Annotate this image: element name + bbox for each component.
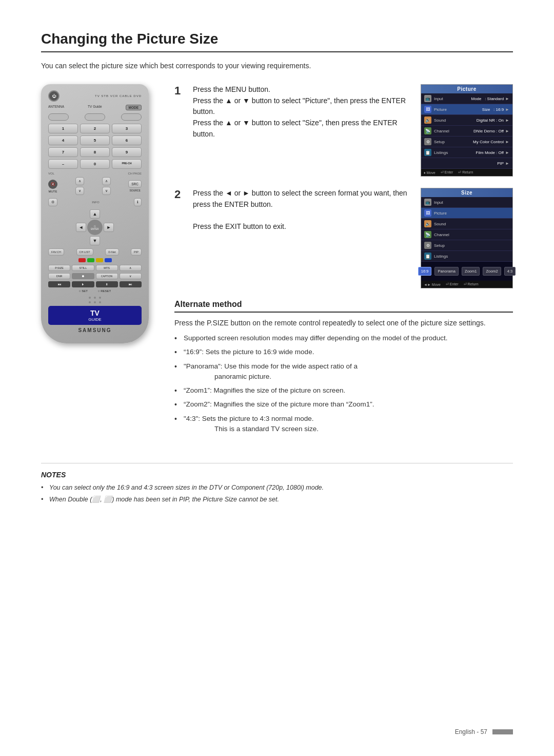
antenna-label: ANTENNA [48, 105, 64, 110]
vol-label: VOL [48, 172, 54, 175]
s2-listings-icon: 📋 [424, 253, 431, 260]
arrow-down-btn[interactable]: ∨ [120, 273, 142, 279]
dnet-button[interactable]: D-Net [105, 248, 118, 256]
vol-up[interactable]: ∧ [75, 177, 84, 185]
green-button[interactable] [87, 258, 94, 262]
chlist-button[interactable]: CH LIST [76, 248, 93, 256]
mode-button[interactable]: MODE [126, 105, 142, 110]
pause-button[interactable]: ⏸ [96, 281, 118, 287]
mute-label: MUTE [48, 190, 57, 193]
ch-down[interactable]: ∨ [102, 187, 111, 195]
sound-label: Sound [434, 118, 446, 123]
red-button[interactable] [78, 258, 86, 262]
btn-1[interactable]: 1 [48, 124, 78, 133]
page-title: Changing the Picture Size [41, 31, 513, 52]
fav-button[interactable]: FAV.CH [48, 248, 64, 256]
footer-enter: ⏎ Enter [441, 170, 453, 175]
fav-row: FAV.CH CH LIST D-Net PIP [48, 248, 142, 256]
step-2-text: Press the ◄ or ► button to select the sc… [193, 188, 412, 232]
btn-dash[interactable]: – [48, 159, 78, 169]
down-button[interactable]: ▼ [90, 236, 100, 245]
arrow-up-btn[interactable]: ∧ [120, 265, 142, 271]
yellow-button[interactable] [96, 258, 103, 262]
input-arrow: ► [505, 96, 509, 101]
psize-button[interactable]: P.SIZE [48, 265, 70, 271]
s2-picture-label: Picture [434, 211, 447, 216]
screen1-footer: ♦ Move ⏎ Enter ⏎ Return [421, 169, 512, 176]
btn-4[interactable]: 4 [48, 135, 78, 145]
channel-label: Channel [434, 129, 449, 133]
size-zoom2[interactable]: Zoom2 [483, 267, 501, 276]
enter-button[interactable]: G ENTER [87, 220, 103, 235]
size-43[interactable]: 4:3 [504, 267, 516, 276]
notes-title: NOTES [41, 471, 513, 479]
right-button[interactable]: ► [104, 223, 114, 232]
footer-move: ♦ Move [424, 170, 436, 175]
screen2-title: Size [421, 188, 512, 197]
power-button[interactable]: ⏻ [48, 90, 60, 102]
source-button[interactable]: SRC [128, 180, 142, 188]
input-label: Input [434, 96, 443, 101]
btn-7[interactable]: 7 [48, 147, 78, 157]
btn-6[interactable]: 6 [112, 135, 142, 145]
s2-input-row: 📺 Input [421, 197, 512, 208]
dnr-button[interactable]: DNR [48, 273, 70, 279]
caption-button[interactable]: CAPTION [96, 273, 118, 279]
alternate-method-text: Press the P.SIZE button on the remote co… [174, 319, 513, 327]
step-2-block: 2 Press the ◄ or ► button to select the … [174, 188, 513, 288]
intro-text: You can select the picture size which be… [41, 62, 513, 70]
s2-input-icon: 📺 [424, 199, 431, 206]
remote-control: ⏻ TV STB VCR CABLE DVD ANTENNA TV Guide … [41, 84, 149, 343]
rec-button[interactable]: ⏺ [72, 273, 94, 279]
dots-row-1 [48, 297, 142, 299]
tv-guide-box[interactable]: TV GUIDE [48, 306, 142, 325]
pip-button[interactable]: PIP [131, 248, 142, 256]
size-panorama[interactable]: Panorama [434, 267, 459, 276]
note-2: When Double (⬜, ⬜) mode has been set in … [41, 495, 513, 504]
s2-channel-icon: 📡 [424, 231, 431, 238]
rewind-button[interactable]: ⏮ [48, 281, 70, 287]
s2-picture-row: 🖼 Picture [421, 208, 512, 219]
btn-prech[interactable]: PRE-CH [112, 159, 142, 169]
listings-label: Listings [434, 150, 448, 155]
play-button[interactable]: ⏵ [72, 281, 94, 287]
dnie-value: DNIe Demo : Off [473, 129, 504, 133]
btn-2[interactable]: 2 [80, 124, 110, 133]
vol-down[interactable]: ∨ [75, 187, 84, 195]
s2-sound-icon: 🔊 [424, 220, 431, 227]
psize-row: P.SIZE STILL MTS ∧ [48, 265, 142, 271]
btn-9[interactable]: 9 [112, 147, 142, 157]
btn-0[interactable]: 0 [80, 159, 110, 169]
page-footer: English - 57 [455, 728, 513, 735]
size-169[interactable]: 16:9 [418, 267, 432, 276]
btn-3[interactable]: 3 [112, 124, 142, 133]
ch-up[interactable]: ∧ [102, 177, 111, 185]
screen-2-mockup: Size 📺 Input 🖼 Picture 🔊 Sound 📡 Channel [421, 188, 513, 288]
blue-button[interactable] [105, 258, 112, 262]
dnr-value: Digital NR : On [477, 118, 504, 123]
info-button[interactable]: ℹ [134, 198, 142, 206]
tv-text: TV [51, 309, 138, 317]
remote-container: ⏻ TV STB VCR CABLE DVD ANTENNA TV Guide … [41, 84, 159, 447]
btn-5[interactable]: 5 [80, 135, 110, 145]
picture-icon: 🖼 [424, 106, 431, 113]
bullet-2: “16:9”: Sets the picture to 16:9 wide mo… [174, 347, 513, 357]
channel-icon: 📡 [424, 127, 431, 134]
up-button[interactable]: ▲ [90, 209, 100, 219]
mute-button[interactable]: 🔇 [48, 180, 57, 189]
smart-button[interactable]: ⚙ [48, 198, 57, 206]
page-number: English - 57 [455, 728, 487, 735]
still-button[interactable]: STILL [72, 265, 94, 271]
mts-button[interactable]: MTS [96, 265, 118, 271]
setup-arrow: ► [505, 140, 509, 144]
ffwd-button[interactable]: ⏭ [120, 281, 142, 287]
size-zoom1[interactable]: Zoom1 [462, 267, 480, 276]
channel-arrow: ► [505, 129, 509, 133]
steps-column: 1 Press the MENU button. Press the ▲ or … [174, 84, 513, 447]
alternate-method-section: Alternate method Press the P.SIZE button… [174, 300, 513, 434]
s2-footer-enter: ⏎ Enter [446, 282, 459, 286]
footer-bar [492, 729, 513, 734]
left-button[interactable]: ◄ [76, 223, 86, 232]
mute-vol-row: 🔇 MUTE ∧ ∨ ∧ ∨ SRC SOURCE [48, 177, 142, 195]
btn-8[interactable]: 8 [80, 147, 110, 157]
